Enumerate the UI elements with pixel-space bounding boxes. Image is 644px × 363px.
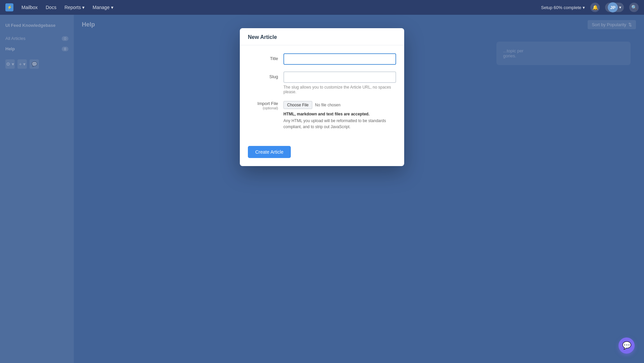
- topnav-right: Setup 60% complete ▾ 🔔 JP ▾ 🔍: [541, 3, 639, 12]
- top-navigation: ⚡ Mailbox Docs Reports ▾ Manage ▾ Setup …: [0, 0, 644, 15]
- title-label: Title: [248, 53, 278, 61]
- title-input[interactable]: [283, 53, 396, 65]
- chat-icon: 💬: [622, 341, 631, 350]
- avatar: JP: [608, 2, 618, 12]
- setup-progress[interactable]: Setup 60% complete ▾: [541, 5, 585, 10]
- title-form-row: Title: [248, 53, 396, 65]
- nav-manage[interactable]: Manage ▾: [93, 5, 113, 10]
- slug-input[interactable]: [283, 71, 396, 83]
- slug-hint: The slug allows you to customize the Art…: [283, 85, 396, 94]
- title-field: [283, 53, 396, 65]
- file-info-bold: HTML, markdown and text files are accept…: [283, 112, 396, 116]
- new-article-modal: New Article Title Slug The slug allows y…: [240, 28, 404, 166]
- create-article-button[interactable]: Create Article: [248, 146, 291, 158]
- modal-footer: Create Article: [240, 146, 404, 166]
- slug-label: Slug: [248, 71, 278, 79]
- modal-body: Title Slug The slug allows you to custom…: [240, 45, 404, 146]
- no-file-text: No file chosen: [315, 103, 340, 107]
- modal-backdrop: New Article Title Slug The slug allows y…: [0, 15, 644, 363]
- file-field: Choose File No file chosen HTML, markdow…: [283, 101, 396, 130]
- logo-icon[interactable]: ⚡: [5, 3, 13, 11]
- import-file-optional: (optional): [248, 106, 278, 110]
- notification-icon[interactable]: 🔔: [590, 3, 600, 12]
- choose-file-button[interactable]: Choose File: [283, 101, 312, 109]
- file-input-row: Choose File No file chosen: [283, 101, 396, 109]
- file-info-normal: Any HTML you upload will be reformatted …: [283, 118, 396, 130]
- import-file-label-col: Import File (optional): [248, 101, 278, 110]
- import-file-label: Import File: [248, 101, 278, 106]
- slug-field: The slug allows you to customize the Art…: [283, 71, 396, 94]
- import-file-row: Import File (optional) Choose File No fi…: [248, 101, 396, 130]
- chat-fab-button[interactable]: 💬: [619, 338, 635, 354]
- nav-reports[interactable]: Reports ▾: [64, 5, 85, 10]
- modal-title: New Article: [248, 34, 396, 40]
- user-menu[interactable]: JP ▾: [605, 3, 624, 12]
- nav-mailbox[interactable]: Mailbox: [21, 5, 38, 10]
- nav-docs[interactable]: Docs: [46, 5, 56, 10]
- search-icon[interactable]: 🔍: [629, 3, 639, 12]
- modal-header: New Article: [240, 28, 404, 45]
- slug-form-row: Slug The slug allows you to customize th…: [248, 71, 396, 94]
